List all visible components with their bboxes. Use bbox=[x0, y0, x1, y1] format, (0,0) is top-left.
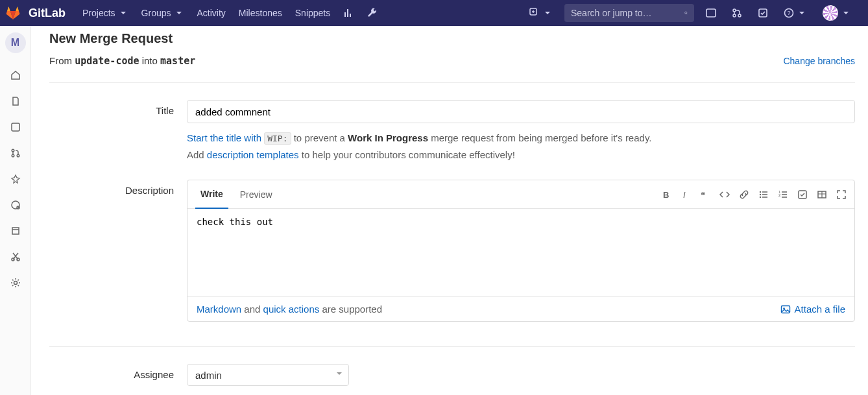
chevron-down-icon bbox=[118, 8, 128, 18]
svg-text:B: B bbox=[663, 190, 669, 200]
task-list-icon[interactable] bbox=[797, 189, 808, 200]
nav-projects-label: Projects bbox=[82, 8, 115, 18]
gitlab-logo-icon[interactable] bbox=[5, 5, 21, 21]
svg-point-1 bbox=[685, 12, 687, 14]
nav-projects[interactable]: Projects bbox=[76, 0, 135, 26]
wip-prevent-text: to prevent a bbox=[291, 132, 348, 143]
nav-plus-dropdown[interactable] bbox=[523, 0, 559, 26]
title-label: Title bbox=[49, 100, 187, 116]
sidebar-wiki-icon[interactable] bbox=[3, 219, 29, 243]
desc-templates-link[interactable]: description templates bbox=[207, 149, 299, 160]
svg-point-22 bbox=[760, 193, 761, 195]
description-editor: Write Preview B I ❝ 12 bbox=[187, 180, 855, 322]
quote-icon[interactable]: ❝ bbox=[700, 189, 710, 200]
bold-icon[interactable]: B bbox=[661, 189, 671, 200]
change-branches-link[interactable]: Change branches bbox=[783, 56, 855, 66]
nav-user-menu[interactable] bbox=[816, 0, 858, 26]
top-navbar: GitLab Projects Groups Activity Mileston… bbox=[0, 0, 868, 26]
sidebar-merge-requests-icon[interactable] bbox=[3, 141, 29, 165]
assignee-row: Assignee admin bbox=[49, 364, 855, 386]
nav-todos-icon[interactable] bbox=[751, 0, 775, 26]
add-text: Add bbox=[187, 149, 207, 160]
tab-preview[interactable]: Preview bbox=[235, 180, 278, 209]
svg-point-13 bbox=[12, 201, 19, 209]
svg-point-17 bbox=[14, 281, 17, 285]
add-tail-text: to help your contributors communicate ef… bbox=[299, 149, 515, 160]
search-input[interactable] bbox=[571, 8, 684, 18]
svg-point-5 bbox=[738, 14, 741, 17]
primary-nav: Projects Groups Activity Milestones Snip… bbox=[76, 0, 383, 26]
nav-admin-wrench-icon[interactable] bbox=[360, 0, 383, 26]
svg-text:2: 2 bbox=[778, 193, 781, 197]
into-label: into bbox=[139, 55, 161, 66]
project-avatar[interactable]: M bbox=[5, 32, 26, 53]
sidebar-snippets-icon[interactable] bbox=[3, 245, 29, 269]
tab-write[interactable]: Write bbox=[195, 180, 228, 209]
svg-rect-9 bbox=[12, 123, 19, 131]
nav-operations-icon[interactable] bbox=[337, 0, 360, 26]
chevron-down-icon bbox=[542, 8, 553, 18]
main-content: New Merge Request From update-code into … bbox=[31, 26, 868, 395]
branch-info-text: From update-code into master bbox=[49, 55, 195, 67]
chevron-down-icon bbox=[841, 8, 851, 18]
numbered-list-icon[interactable]: 12 bbox=[778, 189, 788, 200]
assignee-select[interactable]: admin bbox=[187, 364, 349, 386]
nav-activity-label: Activity bbox=[197, 8, 226, 18]
sidebar-settings-icon[interactable] bbox=[3, 271, 29, 294]
quick-actions-link[interactable]: quick actions bbox=[263, 304, 320, 315]
nav-help-dropdown[interactable]: ? bbox=[777, 0, 814, 26]
source-branch: update-code bbox=[75, 55, 139, 67]
project-sidebar: M bbox=[0, 26, 31, 395]
sidebar-cicd-icon[interactable] bbox=[3, 167, 29, 191]
nav-snippets[interactable]: Snippets bbox=[289, 0, 337, 26]
nav-snippets-label: Snippets bbox=[295, 8, 330, 18]
sidebar-issues-icon[interactable] bbox=[3, 115, 29, 139]
svg-point-21 bbox=[760, 191, 761, 192]
description-textarea[interactable] bbox=[187, 209, 854, 294]
nav-milestones[interactable]: Milestones bbox=[232, 0, 289, 26]
global-search[interactable] bbox=[564, 4, 694, 22]
assignee-label: Assignee bbox=[49, 364, 187, 380]
chevron-down-icon bbox=[797, 8, 807, 18]
svg-rect-28 bbox=[781, 305, 790, 313]
brand-name[interactable]: GitLab bbox=[29, 6, 66, 20]
user-avatar bbox=[823, 5, 838, 21]
image-icon bbox=[780, 304, 791, 315]
link-icon[interactable] bbox=[739, 189, 749, 200]
markdown-link[interactable]: Markdown bbox=[197, 304, 241, 315]
attach-file-button[interactable]: Attach a file bbox=[780, 304, 845, 315]
fullscreen-icon[interactable] bbox=[836, 189, 847, 200]
sidebar-project-home-icon[interactable] bbox=[3, 64, 29, 87]
svg-point-12 bbox=[17, 154, 19, 157]
wip-hint-link[interactable]: Start the title with bbox=[187, 132, 264, 143]
attach-file-label: Attach a file bbox=[795, 304, 845, 315]
wip-tail-text: merge request from being merged before i… bbox=[428, 132, 651, 143]
italic-icon[interactable]: I bbox=[681, 189, 691, 200]
nav-groups[interactable]: Groups bbox=[135, 0, 191, 26]
table-icon[interactable] bbox=[817, 189, 827, 200]
and-text: and bbox=[241, 304, 263, 315]
nav-merge-requests-icon[interactable] bbox=[725, 0, 749, 26]
svg-text:I: I bbox=[683, 190, 686, 200]
wip-chip: WIP: bbox=[264, 132, 291, 145]
svg-point-29 bbox=[783, 307, 785, 309]
page-title: New Merge Request bbox=[49, 31, 855, 46]
description-row: Description Write Preview B I ❝ 12 bbox=[49, 180, 855, 322]
svg-point-23 bbox=[760, 196, 761, 197]
title-input[interactable] bbox=[187, 100, 855, 123]
editor-toolbar: B I ❝ 12 bbox=[661, 189, 847, 200]
sidebar-repository-icon[interactable] bbox=[3, 90, 29, 113]
sidebar-operations-icon[interactable] bbox=[3, 193, 29, 217]
title-row: Title Start the title with WIP: to preve… bbox=[49, 100, 855, 163]
description-tabs: Write Preview B I ❝ 12 bbox=[187, 180, 854, 209]
nav-activity[interactable]: Activity bbox=[191, 0, 232, 26]
svg-rect-2 bbox=[706, 9, 716, 17]
nav-issues-icon[interactable] bbox=[699, 0, 723, 26]
svg-text:❝: ❝ bbox=[701, 190, 705, 200]
code-icon[interactable] bbox=[719, 189, 730, 200]
bullet-list-icon[interactable] bbox=[758, 189, 769, 200]
title-hints: Start the title with WIP: to prevent a W… bbox=[187, 130, 855, 163]
nav-groups-label: Groups bbox=[141, 8, 171, 18]
nav-milestones-label: Milestones bbox=[239, 8, 282, 18]
description-footer: Markdown and quick actions are supported… bbox=[187, 296, 854, 321]
